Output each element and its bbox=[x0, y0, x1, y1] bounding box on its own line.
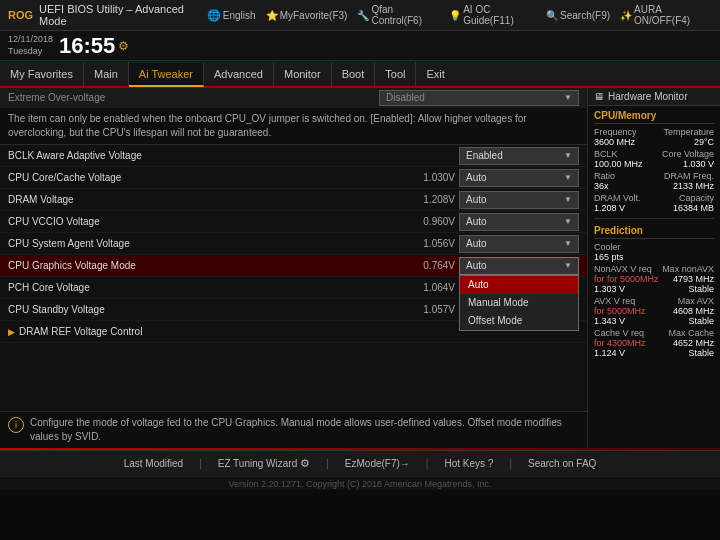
aura-label: AURA ON/OFF(F4) bbox=[634, 4, 712, 26]
cpu-graphics-voltage-value: 0.764V bbox=[410, 260, 455, 271]
tab-exit[interactable]: Exit bbox=[416, 62, 454, 86]
tab-advanced[interactable]: Advanced bbox=[204, 62, 274, 86]
hardware-monitor-panel: 🖥 Hardware Monitor CPU/Memory Frequency … bbox=[588, 88, 720, 448]
prediction-section-title: Prediction bbox=[594, 223, 714, 239]
info-text: Configure the mode of voltage fed to the… bbox=[30, 416, 579, 444]
day-display: Tuesday bbox=[8, 46, 53, 58]
bios-title: UEFI BIOS Utility – Advanced Mode bbox=[39, 3, 207, 27]
cpu-core-cache-label: CPU Core/Cache Voltage bbox=[8, 172, 410, 183]
ratio-label: Ratio bbox=[594, 171, 615, 181]
cpu-vccio-dropdown[interactable]: Auto ▼ bbox=[459, 213, 579, 231]
tab-ai-tweaker[interactable]: Ai Tweaker bbox=[129, 63, 204, 87]
bottom-sep2: | bbox=[326, 458, 329, 469]
dram-freq-label: DRAM Freq. bbox=[664, 171, 714, 181]
max-avx-value: Stable bbox=[673, 316, 714, 326]
bottom-sep1: | bbox=[199, 458, 202, 469]
cpu-core-cache-dropdown[interactable]: Auto ▼ bbox=[459, 169, 579, 187]
english-icon[interactable]: 🌐 English bbox=[207, 4, 256, 26]
setting-row-cpu-graphics-voltage: CPU Graphics Voltage Mode 0.764V Auto ▼ … bbox=[0, 255, 587, 277]
cpu-system-agent-value: 1.056V bbox=[410, 238, 455, 249]
dram-volt-label: DRAM Volt. bbox=[594, 193, 641, 203]
hw-monitor-title: Hardware Monitor bbox=[608, 91, 687, 102]
setting-row-cpu-system-agent: CPU System Agent Voltage 1.056V Auto ▼ bbox=[0, 233, 587, 255]
cpu-graphics-voltage-dropdown[interactable]: Auto ▼ bbox=[459, 257, 579, 275]
ratio-value: 36x bbox=[594, 181, 615, 191]
info-circle-icon: i bbox=[8, 417, 24, 433]
dram-voltage-label: DRAM Voltage bbox=[8, 194, 410, 205]
myfav-label: MyFavorite(F3) bbox=[280, 10, 348, 21]
aura-icon[interactable]: ✨ AURA ON/OFF(F4) bbox=[620, 4, 712, 26]
freq-label: Frequency bbox=[594, 127, 637, 137]
core-volt-label: Core Voltage bbox=[662, 149, 714, 159]
setting-row-cpu-vccio: CPU VCCIO Voltage 0.960V Auto ▼ bbox=[0, 211, 587, 233]
setting-row-cpu-core-cache: CPU Core/Cache Voltage 1.030V Auto ▼ bbox=[0, 167, 587, 189]
ez-tuning-button[interactable]: EZ Tuning Wizard ⚙ bbox=[218, 457, 310, 470]
last-modified-button[interactable]: Last Modified bbox=[124, 458, 183, 469]
temp-label: Temperature bbox=[663, 127, 714, 137]
dram-voltage-value: 1.208V bbox=[410, 194, 455, 205]
search-faq-button[interactable]: Search on FAQ bbox=[528, 458, 596, 469]
tab-tool[interactable]: Tool bbox=[375, 62, 416, 86]
tab-boot[interactable]: Boot bbox=[332, 62, 376, 86]
dram-volt-value: 1.208 V bbox=[594, 203, 641, 213]
settings-gear-icon[interactable]: ⚙ bbox=[118, 39, 129, 53]
extreme-overvoltage-dropdown[interactable]: Disabled ▼ bbox=[379, 90, 579, 106]
avx-req-label: AVX V req bbox=[594, 296, 646, 306]
ez-mode-button[interactable]: EzMode(F7)→ bbox=[345, 458, 410, 469]
tab-my-favorites[interactable]: My Favorites bbox=[0, 62, 84, 86]
pch-core-label: PCH Core Voltage bbox=[8, 282, 410, 293]
cpu-system-agent-label: CPU System Agent Voltage bbox=[8, 238, 410, 249]
cooler-label: Cooler bbox=[594, 242, 714, 252]
voltage-mode-manual[interactable]: Manual Mode bbox=[460, 294, 578, 312]
max-avx-mhz: 4608 MHz bbox=[673, 306, 714, 316]
voltage-mode-dropdown-menu[interactable]: Auto Manual Mode Offset Mode bbox=[459, 275, 579, 331]
max-nonavx-mhz: 4793 MHz bbox=[662, 274, 714, 284]
bclk-value: 100.00 MHz bbox=[594, 159, 643, 169]
cooler-value: 165 pts bbox=[594, 252, 714, 262]
avx-for: for 5000MHz bbox=[594, 306, 646, 316]
cache-req-label: Cache V req bbox=[594, 328, 646, 338]
nonavx-for: for for 5000MHz bbox=[594, 274, 659, 284]
monitor-icon: 🖥 bbox=[594, 91, 604, 102]
cpu-vccio-label: CPU VCCIO Voltage bbox=[8, 216, 410, 227]
time-display: 16:55 bbox=[59, 33, 115, 59]
version-bar: Version 2.20.1271. Copyright (C) 2018 Am… bbox=[0, 476, 720, 490]
dram-freq-value: 2133 MHz bbox=[664, 181, 714, 191]
dram-voltage-dropdown[interactable]: Auto ▼ bbox=[459, 191, 579, 209]
nonavx-req-label: NonAVX V req bbox=[594, 264, 659, 274]
bclk-adaptive-dropdown[interactable]: Enabled ▼ bbox=[459, 147, 579, 165]
hot-keys-button[interactable]: Hot Keys ? bbox=[444, 458, 493, 469]
search-icon[interactable]: 🔍 Search(F9) bbox=[546, 4, 610, 26]
bottom-bar: Last Modified | EZ Tuning Wizard ⚙ | EzM… bbox=[0, 450, 720, 476]
voltage-mode-auto[interactable]: Auto bbox=[460, 276, 578, 294]
cpu-system-agent-dropdown[interactable]: Auto ▼ bbox=[459, 235, 579, 253]
max-nonavx-label: Max nonAVX bbox=[662, 264, 714, 274]
search-label: Search(F9) bbox=[560, 10, 610, 21]
myfav-icon[interactable]: ⭐ MyFavorite(F3) bbox=[266, 4, 348, 26]
warning-text: The item can only be enabled when the on… bbox=[0, 108, 587, 145]
pch-core-value: 1.064V bbox=[410, 282, 455, 293]
cpu-standby-label: CPU Standby Voltage bbox=[8, 304, 410, 315]
max-cache-value: Stable bbox=[668, 348, 714, 358]
voltage-mode-offset[interactable]: Offset Mode bbox=[460, 312, 578, 330]
bottom-sep3: | bbox=[426, 458, 429, 469]
max-cache-mhz: 4652 MHz bbox=[668, 338, 714, 348]
cache-value: 1.124 V bbox=[594, 348, 646, 358]
aioc-icon[interactable]: 💡 AI OC Guide(F11) bbox=[449, 4, 536, 26]
setting-row-bclk-adaptive: BCLK Aware Adaptive Voltage Enabled ▼ bbox=[0, 145, 587, 167]
capacity-value: 16384 MB bbox=[673, 203, 714, 213]
tab-monitor[interactable]: Monitor bbox=[274, 62, 332, 86]
cpu-core-cache-value: 1.030V bbox=[410, 172, 455, 183]
rog-logo: ROG bbox=[8, 9, 33, 21]
core-volt-value: 1.030 V bbox=[662, 159, 714, 169]
max-avx-label: Max AVX bbox=[673, 296, 714, 306]
date-display: 12/11/2018 bbox=[8, 34, 53, 46]
qfan-icon[interactable]: 🔧 Qfan Control(F6) bbox=[357, 4, 439, 26]
cache-for: for 4300MHz bbox=[594, 338, 646, 348]
temp-value: 29°C bbox=[663, 137, 714, 147]
dram-ref-label: DRAM REF Voltage Control bbox=[19, 326, 142, 337]
cpu-vccio-value: 0.960V bbox=[410, 216, 455, 227]
english-label: English bbox=[223, 10, 256, 21]
tab-main[interactable]: Main bbox=[84, 62, 129, 86]
cpu-graphics-voltage-label: CPU Graphics Voltage Mode bbox=[8, 260, 410, 271]
